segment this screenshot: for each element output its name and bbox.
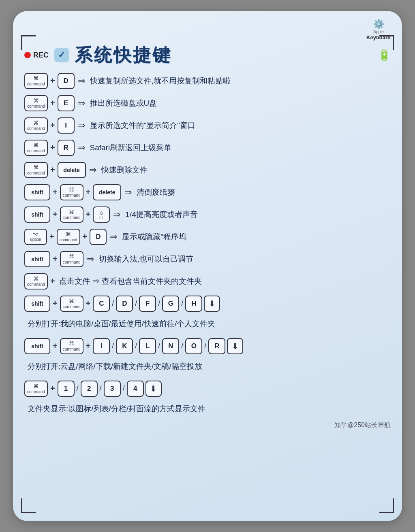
command-key-12: ⌘ command bbox=[60, 338, 83, 354]
shortcut-row-6: shift + ⌘ command + delete ⇒ 清倒废纸篓 bbox=[24, 183, 391, 202]
check-box[interactable]: ✓ bbox=[54, 48, 69, 62]
bracket-br bbox=[379, 498, 394, 513]
f2-key: ☼ F2 bbox=[93, 206, 110, 223]
shortcut-row-13a: ⌘ command + 1 / 2 / 3 / 4 ⬇ bbox=[24, 379, 391, 398]
shortcut-row-2: ⌘ command + E ⇒ 推出所选磁盘或U盘 bbox=[24, 94, 391, 113]
n-key: N bbox=[162, 338, 179, 354]
shift-key-11: shift bbox=[24, 296, 50, 312]
shortcut-desc-10: 点击文件 ⇒ 查看包含当前文件夹的文件夹 bbox=[59, 276, 202, 287]
d-key-11: D bbox=[116, 296, 133, 312]
shortcut-group-13: ⌘ command + 1 / 2 / 3 / 4 ⬇ 文件夹显示:以图标/列表… bbox=[24, 379, 391, 419]
command-key-10: ⌘ command bbox=[24, 273, 48, 289]
c-key: C bbox=[93, 296, 110, 312]
shortcut-desc-7: 1/4提高亮度或者声音 bbox=[125, 209, 197, 220]
battery-icon: 🔋 bbox=[378, 49, 391, 62]
shortcut-desc-2: 推出所选磁盘或U盘 bbox=[90, 98, 157, 109]
o-key: O bbox=[185, 338, 202, 354]
e-key: E bbox=[58, 95, 75, 111]
command-key-3: ⌘ command bbox=[24, 117, 48, 134]
apple-text: Apple bbox=[373, 30, 384, 34]
shortcut-desc-6: 清倒废纸篓 bbox=[137, 187, 175, 198]
3-key: 3 bbox=[104, 381, 121, 397]
down-arrow-12: ⬇ bbox=[227, 338, 243, 354]
bracket-bl bbox=[21, 498, 36, 513]
f-key: F bbox=[139, 296, 156, 312]
command-key-8: ⌘ command bbox=[57, 229, 80, 245]
shortcut-row-4: ⌘ command + R ⇒ Safari刷新返回上级菜单 bbox=[24, 138, 391, 157]
command-key-13: ⌘ command bbox=[24, 381, 48, 397]
shortcut-desc-8: 显示或隐藏"程序坞 bbox=[122, 232, 186, 242]
option-key: ⌥ option bbox=[24, 229, 47, 245]
g-key: G bbox=[162, 296, 179, 312]
delete-key: delete bbox=[58, 162, 86, 178]
shortcut-row-8: ⌥ option + ⌘ command + D ⇒ 显示或隐藏"程序坞 bbox=[24, 227, 391, 247]
command-key-7: ⌘ command bbox=[60, 206, 83, 223]
shortcut-desc-9: 切换输入法,也可以自己调节 bbox=[99, 254, 193, 264]
command-key-6: ⌘ command bbox=[60, 184, 83, 200]
shift-key-9: shift bbox=[24, 251, 50, 267]
command-key-9: ⌘ command bbox=[60, 251, 83, 267]
r-key: R bbox=[58, 140, 75, 156]
rec-badge: REC bbox=[24, 51, 49, 60]
command-key-11: ⌘ command bbox=[60, 296, 83, 312]
gear-icon: ⚙️ bbox=[373, 19, 384, 30]
i-key-12: I bbox=[93, 338, 110, 354]
shortcut-row-7: shift + ⌘ command + ☼ F2 ⇒ 1/4提高亮度或者声音 bbox=[24, 205, 391, 224]
shortcut-group-11: shift + ⌘ command + C / D / F / G / H ⬇ … bbox=[24, 294, 391, 334]
4-key: 4 bbox=[127, 381, 144, 397]
shortcut-row-3: ⌘ command + I ⇒ 显示所选文件的"显示简介"窗口 bbox=[24, 116, 391, 135]
command-key-2: ⌘ command bbox=[24, 95, 48, 111]
1-key: 1 bbox=[58, 381, 75, 397]
shortcut-row-10: ⌘ command + 点击文件 ⇒ 查看包含当前文件夹的文件夹 bbox=[24, 272, 391, 291]
shortcut-row-9: shift + ⌘ command ⇒ 切换输入法,也可以自己调节 bbox=[24, 249, 391, 269]
rec-label: REC bbox=[33, 51, 49, 60]
bracket-tr bbox=[379, 35, 394, 50]
main-card: ⚙️ Apple Keyboard REC ✓ 系统快捷键 🔋 ⌘ comman… bbox=[13, 11, 402, 521]
shift-key-12: shift bbox=[24, 338, 50, 354]
shortcut-desc-13: 文件夹显示:以图标/列表/分栏/封面流的方式显示文件 bbox=[28, 404, 205, 414]
shortcuts-list: ⌘ command + D ⇒ 快速复制所选文件,就不用按复制和粘贴啦 ⌘ co… bbox=[24, 71, 391, 419]
shortcut-desc-3: 显示所选文件的"显示简介"窗口 bbox=[90, 120, 196, 131]
shortcut-row-12a: shift + ⌘ command + I / K / L / N / O / … bbox=[24, 336, 391, 356]
r-key-12: R bbox=[208, 338, 225, 354]
shortcut-desc-5: 快速删除文件 bbox=[101, 165, 148, 175]
down-arrow-13: ⬇ bbox=[145, 381, 162, 397]
delete-key-6: delete bbox=[93, 184, 121, 200]
shortcut-row-11a: shift + ⌘ command + C / D / F / G / H ⬇ bbox=[24, 294, 391, 313]
header-row: REC ✓ 系统快捷键 🔋 bbox=[24, 43, 391, 67]
command-key-4: ⌘ command bbox=[24, 140, 48, 156]
d-key-8: D bbox=[90, 229, 107, 245]
i-key: I bbox=[58, 117, 75, 134]
command-key: ⌘ command bbox=[24, 73, 48, 89]
command-key-5: ⌘ command bbox=[24, 162, 48, 178]
shortcut-row-13b: 文件夹显示:以图标/列表/分栏/封面流的方式显示文件 bbox=[26, 399, 391, 419]
bracket-tl bbox=[21, 35, 36, 50]
2-key: 2 bbox=[81, 381, 98, 397]
bottom-note: 知乎@250站长导航 bbox=[24, 421, 391, 430]
down-arrow-11: ⬇ bbox=[204, 296, 220, 312]
main-title: 系统快捷键 bbox=[75, 43, 172, 67]
shift-key-7: shift bbox=[24, 206, 50, 223]
d-key: D bbox=[58, 73, 75, 89]
shortcut-desc-11: 分别打开:我的电脑/桌面/最近使用/快速前往/个人文件夹 bbox=[28, 319, 215, 329]
h-key: H bbox=[185, 296, 202, 312]
rec-dot bbox=[24, 52, 31, 58]
shortcut-row-5: ⌘ command + delete ⇒ 快速删除文件 bbox=[24, 160, 391, 180]
shift-key-6: shift bbox=[24, 184, 50, 200]
shortcut-row-12b: 分别打开:云盘/网络/下载/新建文件夹/文稿/隔空投放 bbox=[26, 357, 391, 376]
l-key: L bbox=[139, 338, 156, 354]
shortcut-desc-12: 分别打开:云盘/网络/下载/新建文件夹/文稿/隔空投放 bbox=[28, 361, 202, 372]
shortcut-row-1: ⌘ command + D ⇒ 快速复制所选文件,就不用按复制和粘贴啦 bbox=[24, 71, 391, 91]
shortcut-group-12: shift + ⌘ command + I / K / L / N / O / … bbox=[24, 336, 391, 376]
shortcut-desc-4: Safari刷新返回上级菜单 bbox=[90, 143, 172, 153]
top-bar: ⚙️ Apple Keyboard bbox=[24, 19, 391, 41]
k-key: K bbox=[116, 338, 133, 354]
shortcut-row-11b: 分别打开:我的电脑/桌面/最近使用/快速前往/个人文件夹 bbox=[26, 314, 391, 334]
shortcut-desc-1: 快速复制所选文件,就不用按复制和粘贴啦 bbox=[90, 76, 231, 86]
